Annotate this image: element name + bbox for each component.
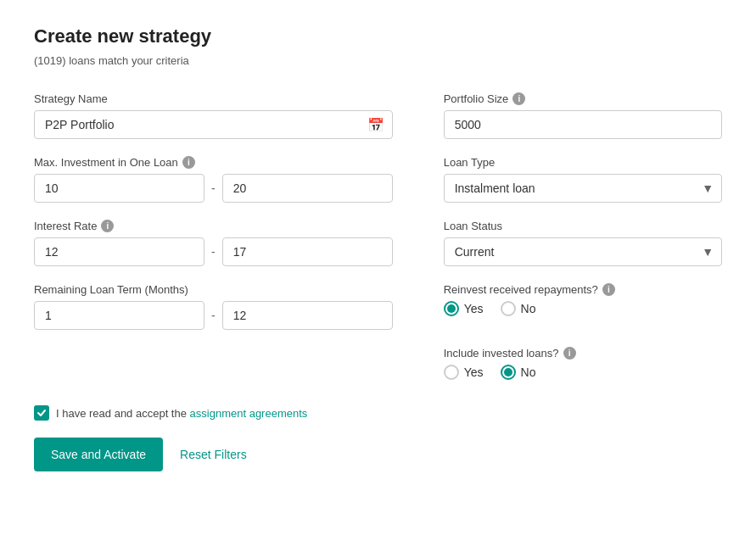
portfolio-size-input[interactable] bbox=[444, 110, 722, 139]
loan-status-label: Loan Status bbox=[444, 220, 722, 232]
agreement-text: I have read and accept the assignment ag… bbox=[56, 407, 307, 420]
reinvest-yes-label[interactable]: Yes bbox=[444, 301, 484, 316]
loan-type-select-wrapper: Instalment loan Line of credit Bullet lo… bbox=[444, 174, 722, 203]
reinvest-radio-group: Yes No bbox=[444, 301, 722, 316]
reinvest-group: Reinvest received repayments? i Yes No bbox=[444, 283, 722, 330]
interest-rate-info-icon[interactable]: i bbox=[101, 220, 114, 232]
max-investment-info-icon[interactable]: i bbox=[182, 156, 195, 169]
max-investment-min-input[interactable] bbox=[34, 174, 204, 203]
remaining-term-max-input[interactable] bbox=[222, 301, 393, 330]
portfolio-size-label: Portfolio Size i bbox=[444, 92, 722, 105]
loan-type-label: Loan Type bbox=[444, 156, 722, 169]
interest-rate-range: - bbox=[34, 237, 393, 266]
remaining-term-min-input[interactable] bbox=[34, 301, 204, 330]
include-invested-no-label[interactable]: No bbox=[501, 365, 536, 380]
loan-type-group: Loan Type Instalment loan Line of credit… bbox=[444, 156, 722, 203]
interest-rate-min-input[interactable] bbox=[34, 237, 204, 266]
calendar-icon: 📅 bbox=[367, 117, 384, 133]
include-invested-info-icon[interactable]: i bbox=[563, 347, 576, 360]
max-investment-label: Max. Investment in One Loan i bbox=[34, 156, 393, 169]
interest-rate-group: Interest Rate i - bbox=[34, 220, 393, 266]
interest-rate-separator: - bbox=[211, 245, 216, 259]
reinvest-info-icon[interactable]: i bbox=[602, 283, 615, 296]
include-invested-yes-radio[interactable] bbox=[444, 365, 459, 380]
remaining-term-separator: - bbox=[211, 309, 216, 322]
remaining-term-range: - bbox=[34, 301, 393, 330]
include-invested-yes-label[interactable]: Yes bbox=[444, 365, 484, 380]
strategy-name-wrapper: 📅 bbox=[34, 110, 393, 139]
reinvest-yes-radio[interactable] bbox=[444, 301, 459, 316]
reset-filters-button[interactable]: Reset Filters bbox=[180, 448, 247, 461]
action-buttons-row: Save and Activate Reset Filters bbox=[34, 438, 722, 471]
portfolio-size-group: Portfolio Size i bbox=[444, 92, 722, 139]
reinvest-no-radio[interactable] bbox=[501, 301, 516, 316]
loan-status-group: Loan Status Current Late Default Paid of… bbox=[444, 220, 722, 266]
reinvest-no-label[interactable]: No bbox=[501, 301, 536, 316]
assignment-agreements-link[interactable]: assignment agreements bbox=[190, 407, 308, 420]
portfolio-size-info-icon[interactable]: i bbox=[512, 92, 525, 105]
reinvest-label: Reinvest received repayments? i bbox=[444, 283, 722, 296]
max-investment-group: Max. Investment in One Loan i - bbox=[34, 156, 393, 203]
loan-status-select[interactable]: Current Late Default Paid off bbox=[444, 237, 722, 266]
include-invested-label: Include invested loans? i bbox=[444, 347, 722, 360]
strategy-name-label: Strategy Name bbox=[34, 92, 393, 105]
agreement-checkbox-row: I have read and accept the assignment ag… bbox=[34, 405, 722, 421]
max-investment-max-input[interactable] bbox=[222, 174, 393, 203]
loans-match-subtitle: (1019) loans match your criteria bbox=[34, 54, 722, 67]
loan-status-select-wrapper: Current Late Default Paid off ▼ bbox=[444, 237, 722, 266]
strategy-name-input[interactable] bbox=[34, 110, 393, 139]
strategy-name-group: Strategy Name 📅 bbox=[34, 92, 393, 139]
save-activate-button[interactable]: Save and Activate bbox=[34, 438, 163, 471]
max-investment-separator: - bbox=[211, 181, 216, 195]
interest-rate-max-input[interactable] bbox=[222, 237, 393, 266]
remaining-term-label: Remaining Loan Term (Months) bbox=[34, 283, 393, 296]
page-title: Create new strategy bbox=[34, 25, 722, 47]
include-invested-group: Include invested loans? i Yes No bbox=[444, 347, 722, 380]
reinvest-yes-text: Yes bbox=[464, 302, 484, 315]
include-invested-yes-text: Yes bbox=[464, 365, 484, 379]
include-invested-no-text: No bbox=[521, 365, 536, 379]
agreement-checkbox[interactable] bbox=[34, 405, 49, 421]
max-investment-range: - bbox=[34, 174, 393, 203]
include-invested-no-radio[interactable] bbox=[501, 365, 516, 380]
include-invested-radio-group: Yes No bbox=[444, 365, 722, 380]
remaining-term-group: Remaining Loan Term (Months) - bbox=[34, 283, 393, 330]
interest-rate-label: Interest Rate i bbox=[34, 220, 393, 232]
reinvest-no-text: No bbox=[521, 302, 536, 315]
loan-type-select[interactable]: Instalment loan Line of credit Bullet lo… bbox=[444, 174, 722, 203]
